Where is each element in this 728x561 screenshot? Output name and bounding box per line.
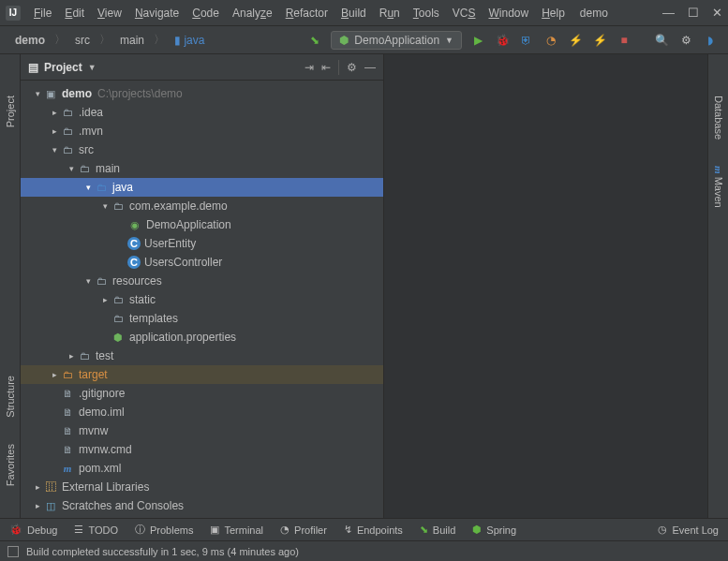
- folder-icon: 🗀: [77, 161, 92, 176]
- main-content-row: Project Structure Favorites ▤ Project ▼ …: [0, 54, 728, 518]
- menu-run[interactable]: Run: [374, 5, 406, 22]
- menu-view[interactable]: View: [92, 5, 127, 22]
- left-tab-structure[interactable]: Structure: [5, 376, 16, 418]
- menu-build[interactable]: Build: [335, 5, 372, 22]
- tree-gitignore[interactable]: 🗎 .gitignore: [21, 384, 383, 403]
- menu-file[interactable]: File: [28, 5, 57, 22]
- left-tool-strip: Project Structure Favorites: [0, 54, 21, 518]
- maximize-button[interactable]: ☐: [688, 6, 699, 20]
- tool-windows-toggle-icon[interactable]: [7, 546, 19, 557]
- tree-main[interactable]: ▾🗀 main: [21, 159, 383, 178]
- right-tab-maven[interactable]: m Maven: [713, 166, 724, 208]
- close-button[interactable]: ✕: [712, 6, 722, 20]
- tree-idea[interactable]: ▸🗀 .idea: [21, 103, 383, 122]
- excluded-folder-icon: 🗀: [60, 367, 75, 382]
- menu-analyze[interactable]: Analyze: [227, 5, 278, 22]
- bottom-tab-debug[interactable]: 🐞Debug: [9, 524, 57, 536]
- tree-scratches[interactable]: ▸◫ Scratches and Consoles: [21, 496, 383, 515]
- tree-class-userentity[interactable]: C UserEntity: [21, 234, 383, 253]
- tree-mvnw[interactable]: 🗎 mvnw: [21, 421, 383, 440]
- expand-all-icon[interactable]: ⇤: [321, 61, 331, 74]
- tree-target[interactable]: ▸🗀 target: [21, 365, 383, 384]
- run-config-label: DemoApplication: [354, 34, 439, 47]
- java-class-icon: C: [127, 256, 141, 269]
- tree-static[interactable]: ▸🗀 static: [21, 290, 383, 309]
- window-project-label: demo: [580, 7, 608, 20]
- right-tab-database[interactable]: Database: [713, 96, 724, 140]
- left-tab-favorites[interactable]: Favorites: [5, 444, 16, 486]
- bottom-tab-spring[interactable]: ⬢Spring: [472, 524, 516, 536]
- spring-leaf-icon: ⬢: [339, 34, 349, 47]
- status-bar: Build completed successfully in 1 sec, 9…: [0, 540, 728, 561]
- menu-tools[interactable]: Tools: [408, 5, 445, 22]
- menu-code[interactable]: Code: [186, 5, 225, 22]
- menu-vcs[interactable]: VCS: [447, 5, 482, 22]
- tree-class-demoapp[interactable]: ◉ DemoApplication: [21, 215, 383, 234]
- run-configuration-selector[interactable]: ⬢ DemoApplication ▼: [331, 31, 462, 50]
- collapse-all-icon[interactable]: ⇥: [305, 61, 314, 74]
- run-button[interactable]: ▶: [469, 34, 486, 47]
- tree-pom[interactable]: m pom.xml: [21, 459, 383, 478]
- project-view-selector[interactable]: ▤ Project ▼: [28, 61, 97, 74]
- project-tool-window: ▤ Project ▼ ⇥ ⇤ ⚙ — ▾▣ demo C:\projects\…: [21, 54, 384, 518]
- folder-icon: 🗀: [60, 105, 75, 120]
- bug-icon: 🐞: [9, 524, 22, 536]
- menu-window[interactable]: Window: [483, 5, 534, 22]
- titlebar: IJ File Edit View Navigate Code Analyze …: [0, 0, 728, 26]
- tree-external-libs[interactable]: ▸⿲ External Libraries: [21, 478, 383, 496]
- bottom-tab-build[interactable]: ⬊Build: [420, 524, 455, 536]
- menu-help[interactable]: Help: [536, 5, 571, 22]
- module-file-icon: 🗎: [60, 405, 75, 420]
- source-folder-icon: 🗀: [94, 180, 109, 195]
- bottom-tab-terminal[interactable]: ▣Terminal: [210, 524, 263, 536]
- menu-edit[interactable]: Edit: [59, 5, 90, 22]
- panel-title: Project: [44, 61, 82, 74]
- project-tree[interactable]: ▾▣ demo C:\projects\demo ▸🗀 .idea ▸🗀 .mv…: [21, 81, 383, 518]
- profile-button[interactable]: ◔: [542, 34, 559, 47]
- hide-panel-icon[interactable]: —: [364, 61, 376, 74]
- menubar: File Edit View Navigate Code Analyze Ref…: [28, 5, 571, 22]
- ide-features-icon[interactable]: ◗: [702, 34, 719, 47]
- crumb-src[interactable]: src: [69, 32, 96, 49]
- tree-package[interactable]: ▾🗀 com.example.demo: [21, 197, 383, 215]
- tree-root[interactable]: ▾▣ demo C:\projects\demo: [21, 84, 383, 103]
- module-icon: ▣: [43, 86, 58, 101]
- tree-iml[interactable]: 🗎 demo.iml: [21, 403, 383, 421]
- tree-test[interactable]: ▸🗀 test: [21, 347, 383, 365]
- trace-button[interactable]: ⚡: [591, 34, 608, 47]
- folder-icon: 🗀: [60, 124, 75, 139]
- build-hammer-icon[interactable]: ⬊: [306, 34, 323, 47]
- bottom-tab-profiler[interactable]: ◔Profiler: [280, 524, 327, 536]
- bottom-tab-eventlog[interactable]: ◷Event Log: [658, 524, 719, 536]
- bottom-tab-todo[interactable]: ☰TODO: [74, 524, 118, 536]
- menu-refactor[interactable]: Refactor: [280, 5, 334, 22]
- tree-mvnwcmd[interactable]: 🗎 mvnw.cmd: [21, 440, 383, 459]
- bottom-tab-endpoints[interactable]: ↯Endpoints: [344, 524, 403, 536]
- tree-resources[interactable]: ▾🗀 resources: [21, 272, 383, 290]
- tree-java[interactable]: ▾🗀 java: [21, 178, 383, 197]
- eventlog-icon: ◷: [658, 524, 667, 536]
- left-tab-project[interactable]: Project: [5, 96, 16, 127]
- crumb-main[interactable]: main: [114, 32, 150, 49]
- crumb-demo[interactable]: demo: [9, 32, 51, 49]
- gear-icon[interactable]: ⚙: [347, 61, 357, 74]
- tree-class-userscontroller[interactable]: C UsersController: [21, 253, 383, 272]
- terminal-icon: ▣: [210, 524, 219, 536]
- maven-pom-icon: m: [60, 461, 75, 476]
- search-icon[interactable]: 🔍: [653, 34, 670, 47]
- tree-mvn[interactable]: ▸🗀 .mvn: [21, 122, 383, 140]
- stop-button[interactable]: ■: [616, 34, 632, 47]
- debug-button[interactable]: 🐞: [494, 34, 511, 47]
- tree-src[interactable]: ▾🗀 src: [21, 140, 383, 159]
- coverage-button[interactable]: ⛨: [518, 34, 535, 47]
- tree-appprops[interactable]: ⬢ application.properties: [21, 328, 383, 347]
- settings-icon[interactable]: ⚙: [677, 34, 694, 47]
- spring-class-icon: ◉: [127, 217, 142, 232]
- chevron-right-icon: 〉: [99, 32, 111, 48]
- minimize-button[interactable]: —: [662, 6, 675, 20]
- bottom-tab-problems[interactable]: ⓘProblems: [135, 523, 193, 537]
- menu-navigate[interactable]: Navigate: [129, 5, 185, 22]
- crumb-java[interactable]: ▮ java: [169, 32, 210, 49]
- attach-button[interactable]: ⚡: [567, 34, 584, 47]
- tree-templates[interactable]: 🗀 templates: [21, 309, 383, 328]
